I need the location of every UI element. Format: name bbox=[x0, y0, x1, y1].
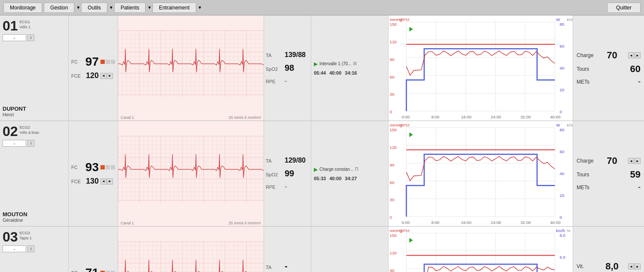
fce-value-02: 130 bbox=[86, 177, 99, 186]
stat1-dec-02[interactable]: ◄ bbox=[628, 158, 634, 164]
rpe-value-02: - bbox=[285, 183, 287, 190]
quit-button[interactable]: Quitter bbox=[607, 3, 641, 13]
fce-arrows-01[interactable]: ◄ ► bbox=[100, 73, 113, 79]
info-button-02[interactable]: i bbox=[27, 140, 34, 147]
top-navigation: Monitorage Gestion ▼ Outils ▼ Patients ▼… bbox=[0, 0, 644, 15]
vitals-section-01: TA 139/88 SpO2 98 RPE - bbox=[264, 15, 311, 121]
fce-inc-02[interactable]: ► bbox=[107, 178, 113, 184]
svg-text:90: 90 bbox=[390, 268, 395, 272]
stat1-row-02: Charge 70 ◄► bbox=[577, 155, 641, 166]
stat3-value-01: - bbox=[638, 77, 641, 86]
svg-text:120: 120 bbox=[390, 251, 397, 255]
ta-value-01: 139/88 bbox=[285, 51, 306, 59]
patient-input-03[interactable] bbox=[3, 245, 26, 252]
vitals-section-02: TA 129/80 SpO2 99 RPE - bbox=[264, 121, 311, 226]
patient-row-01: 01 ECG1 Vélo 1 i DUPONT Henri FC bbox=[0, 15, 644, 121]
svg-text:20: 20 bbox=[560, 88, 565, 92]
stat1-dec-03[interactable]: ◄ bbox=[628, 263, 634, 269]
stat2-value-01: 60 bbox=[630, 63, 641, 75]
patient-input-01[interactable] bbox=[3, 34, 26, 41]
patient-number-03: 03 bbox=[3, 230, 18, 244]
svg-text:16:00: 16:00 bbox=[461, 115, 471, 119]
ecg-section-03: Canal 1 25 mm/s 5 mm/mV bbox=[118, 227, 264, 272]
stat1-value-02: 70 bbox=[607, 155, 617, 166]
info-button-01[interactable]: i bbox=[27, 34, 34, 41]
svg-text:0: 0 bbox=[390, 109, 392, 114]
stat1-value-01: 70 bbox=[607, 50, 617, 61]
nav-entrainement[interactable]: Entrainement bbox=[152, 3, 196, 13]
patient-name-01: DUPONT bbox=[3, 106, 66, 112]
svg-text:6.0: 6.0 bbox=[560, 255, 565, 260]
stat1-inc-01[interactable]: ► bbox=[635, 52, 641, 58]
stat1-dec-01[interactable]: ◄ bbox=[628, 52, 634, 58]
ecg-section-02: Canal 1 25 mm/s 5 mm/mV bbox=[118, 121, 264, 226]
fce-dec-01[interactable]: ◄ bbox=[100, 73, 106, 79]
svg-text:20: 20 bbox=[560, 193, 565, 198]
interval-label-02: Charge constan... bbox=[319, 167, 353, 172]
interval-pause-02: Π bbox=[355, 167, 358, 172]
fc-value-01: 97 bbox=[85, 56, 99, 68]
svg-text:W: W bbox=[556, 17, 560, 22]
svg-text:60: 60 bbox=[560, 149, 565, 154]
svg-text:60: 60 bbox=[390, 75, 395, 79]
ta-value-02: 129/80 bbox=[285, 157, 306, 164]
chart-section-02: mmHg1501209060300BPMW806040200tr/min0:00… bbox=[389, 121, 573, 226]
stat1-inc-02[interactable]: ► bbox=[635, 158, 641, 164]
info-button-03[interactable]: i bbox=[27, 245, 34, 252]
rpe-value-01: - bbox=[285, 77, 287, 85]
svg-text:BPM: BPM bbox=[401, 228, 410, 233]
patient-firstname-02: Géraldine bbox=[3, 218, 66, 223]
stat1-inc-03[interactable]: ► bbox=[635, 263, 641, 269]
stats-section-01: Charge 70 ◄► Tours 60 METs - bbox=[573, 15, 644, 121]
stat2-label-01: Tours bbox=[577, 66, 596, 72]
fc-gray-sq2-02 bbox=[111, 165, 115, 169]
ecg-strip-02 bbox=[118, 121, 264, 218]
ecg-section-01: Canal 1 25 mm/s 5 mm/mV bbox=[118, 15, 264, 121]
svg-text:120: 120 bbox=[390, 145, 397, 150]
stat2-value-02: 59 bbox=[630, 169, 641, 180]
stat3-value-02: - bbox=[638, 183, 641, 192]
stat1-value-03: 8,0 bbox=[605, 261, 619, 272]
nav-outils[interactable]: Outils bbox=[81, 3, 107, 13]
stat1-row-03: Vit. 8,0 ◄► bbox=[577, 261, 641, 272]
svg-text:tr/min: tr/min bbox=[567, 17, 573, 22]
fce-dec-02[interactable]: ◄ bbox=[100, 178, 106, 184]
svg-text:8:00: 8:00 bbox=[431, 220, 440, 225]
fce-arrows-02[interactable]: ◄ ► bbox=[100, 178, 113, 184]
patient-info-03: 03 ECG3 Tapis 1 i WENCKER Mickael bbox=[0, 227, 69, 272]
svg-text:24:00: 24:00 bbox=[491, 115, 501, 119]
stats-section-02: Charge 70 ◄► Tours 59 METs - bbox=[573, 121, 644, 226]
play-button-01[interactable]: ▶ bbox=[314, 61, 318, 67]
patient-firstname-01: Henri bbox=[3, 112, 66, 117]
main-content: 01 ECG1 Vélo 1 i DUPONT Henri FC bbox=[0, 15, 644, 272]
patient-input-02[interactable] bbox=[3, 140, 26, 147]
play-button-02[interactable]: ▶ bbox=[314, 166, 318, 172]
svg-text:40:00: 40:00 bbox=[550, 220, 560, 225]
fc-indicator-01 bbox=[100, 60, 115, 64]
ta-label-02: TA bbox=[266, 158, 282, 163]
fc-gray-sq1-02 bbox=[106, 165, 110, 169]
nav-monitorage[interactable]: Monitorage bbox=[3, 3, 42, 13]
nav-patients[interactable]: Patients bbox=[114, 3, 146, 13]
fc-gray-sq2-01 bbox=[111, 60, 115, 64]
ecg-strip-01 bbox=[118, 15, 264, 112]
svg-text:km/h: km/h bbox=[556, 228, 565, 233]
fce-label-02: FCE bbox=[71, 179, 84, 184]
svg-text:0:00: 0:00 bbox=[401, 115, 410, 119]
patient-row-02: 02 ECG2 Vélo à bras i MOUTON Géraldine bbox=[0, 121, 644, 227]
fc-section-03: FC 71 FCE 120 ◄ ► bbox=[69, 227, 118, 272]
svg-text:W: W bbox=[556, 123, 560, 127]
stat2-row-01: Tours 60 bbox=[577, 63, 641, 75]
ta-label-03: TA bbox=[266, 265, 282, 270]
svg-text:150: 150 bbox=[390, 233, 397, 238]
svg-text:60: 60 bbox=[560, 44, 565, 48]
svg-text:30: 30 bbox=[390, 198, 395, 202]
stat1-label-01: Charge bbox=[577, 52, 596, 58]
svg-text:%: % bbox=[567, 228, 571, 233]
nav-gestion[interactable]: Gestion bbox=[44, 3, 74, 13]
ta-label-01: TA bbox=[266, 53, 282, 58]
svg-text:BPM: BPM bbox=[401, 17, 410, 22]
fce-inc-01[interactable]: ► bbox=[107, 73, 113, 79]
interval-pause-01: III bbox=[353, 61, 356, 66]
patient-name-02: MOUTON bbox=[3, 211, 66, 218]
